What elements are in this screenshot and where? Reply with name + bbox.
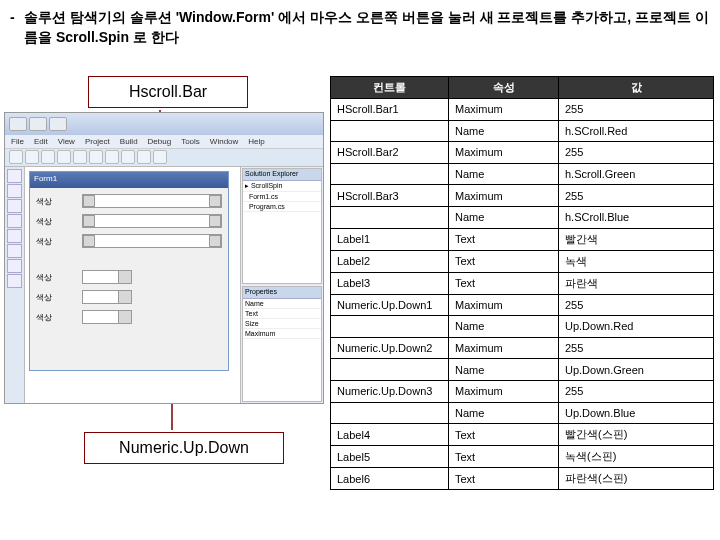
- cell-prop: Text: [449, 250, 559, 272]
- winform: Form1 색상 색상 색상 색상 색상 색상: [29, 171, 229, 371]
- cell-control: [331, 206, 449, 228]
- numericupdown-3[interactable]: [82, 310, 132, 324]
- menu-item[interactable]: Help: [248, 137, 264, 146]
- cell-control: [331, 359, 449, 381]
- table-row: Label5Text녹색(스핀): [331, 446, 714, 468]
- instruction-text: 솔루션 탐색기의 솔루션 'Window.Form' 에서 마우스 오른쪽 버튼…: [24, 8, 710, 47]
- th-prop: 속성: [449, 77, 559, 99]
- menu-item[interactable]: Build: [120, 137, 138, 146]
- cell-control: [331, 163, 449, 185]
- cell-prop: Maximum: [449, 99, 559, 121]
- cell-prop: Text: [449, 424, 559, 446]
- cell-prop: Text: [449, 446, 559, 468]
- cell-control: HScroll.Bar1: [331, 99, 449, 121]
- cell-prop: Name: [449, 359, 559, 381]
- menu-item[interactable]: Project: [85, 137, 110, 146]
- cell-val: 파란색: [559, 272, 714, 294]
- table-row: HScroll.Bar2Maximum255: [331, 142, 714, 164]
- toolbar: [5, 149, 323, 167]
- cell-val: 255: [559, 142, 714, 164]
- th-val: 값: [559, 77, 714, 99]
- cell-prop: Name: [449, 316, 559, 338]
- label-blue-spin: 색상: [36, 312, 76, 323]
- properties-window: Properties NameTextSizeMaximum: [242, 286, 322, 402]
- cell-control: Label6: [331, 468, 449, 490]
- cell-prop: Maximum: [449, 380, 559, 402]
- menu-item[interactable]: Tools: [181, 137, 200, 146]
- hscrollbar-3[interactable]: [82, 234, 222, 248]
- cell-prop: Name: [449, 402, 559, 424]
- table-row: Nameh.SCroll.Red: [331, 120, 714, 142]
- cell-val: h.SCroll.Red: [559, 120, 714, 142]
- window-titlebar: [5, 113, 323, 135]
- cell-control: Numeric.Up.Down3: [331, 380, 449, 402]
- form-header: Form1: [30, 172, 228, 188]
- cell-val: 파란색(스핀): [559, 468, 714, 490]
- cell-control: Numeric.Up.Down2: [331, 337, 449, 359]
- cell-control: Label1: [331, 228, 449, 250]
- cell-prop: Maximum: [449, 294, 559, 316]
- cell-prop: Name: [449, 120, 559, 142]
- vs-screenshot: FileEditViewProjectBuildDebugToolsWindow…: [4, 112, 324, 404]
- cell-prop: Text: [449, 468, 559, 490]
- table-row: Label2Text녹색: [331, 250, 714, 272]
- cell-control: Label5: [331, 446, 449, 468]
- label-blue: 색상: [36, 236, 76, 247]
- label-red-spin: 색상: [36, 272, 76, 283]
- cell-val: Up.Down.Green: [559, 359, 714, 381]
- cell-prop: Text: [449, 228, 559, 250]
- cell-val: 빨간색(스핀): [559, 424, 714, 446]
- table-row: NameUp.Down.Green: [331, 359, 714, 381]
- hscrollbar-2[interactable]: [82, 214, 222, 228]
- cell-control: [331, 402, 449, 424]
- table-row: Nameh.SCroll.Blue: [331, 206, 714, 228]
- cell-prop: Maximum: [449, 142, 559, 164]
- menu-item[interactable]: Edit: [34, 137, 48, 146]
- table-row: Numeric.Up.Down2Maximum255: [331, 337, 714, 359]
- table-row: Label4Text빨간색(스핀): [331, 424, 714, 446]
- numericupdown-1[interactable]: [82, 270, 132, 284]
- panel-header: Solution Explorer: [243, 169, 321, 181]
- properties-table: 컨트롤 속성 값 HScroll.Bar1Maximum255Nameh.SCr…: [330, 76, 714, 490]
- numericupdown-2[interactable]: [82, 290, 132, 304]
- table-row: NameUp.Down.Blue: [331, 402, 714, 424]
- cell-control: [331, 120, 449, 142]
- cell-val: 255: [559, 185, 714, 207]
- table-row: Nameh.Scroll.Green: [331, 163, 714, 185]
- cell-control: Label3: [331, 272, 449, 294]
- cell-val: 255: [559, 380, 714, 402]
- cell-prop: Maximum: [449, 337, 559, 359]
- hscrollbar-1[interactable]: [82, 194, 222, 208]
- table-row: Label6Text파란색(스핀): [331, 468, 714, 490]
- cell-val: h.Scroll.Green: [559, 163, 714, 185]
- cell-control: [331, 316, 449, 338]
- cell-prop: Maximum: [449, 185, 559, 207]
- label-red: 색상: [36, 196, 76, 207]
- side-panels: Solution Explorer ▸ ScrollSpin Form1.cs …: [241, 167, 323, 403]
- cell-control: Numeric.Up.Down1: [331, 294, 449, 316]
- cell-control: Label2: [331, 250, 449, 272]
- table-row: Label1Text빨간색: [331, 228, 714, 250]
- label-green-spin: 색상: [36, 292, 76, 303]
- table-row: HScroll.Bar3Maximum255: [331, 185, 714, 207]
- cell-val: h.SCroll.Blue: [559, 206, 714, 228]
- table-row: Label3Text파란색: [331, 272, 714, 294]
- menu-item[interactable]: View: [58, 137, 75, 146]
- callout-hscrollbar: Hscroll.Bar: [88, 76, 248, 108]
- cell-control: Label4: [331, 424, 449, 446]
- cell-val: Up.Down.Red: [559, 316, 714, 338]
- menu-bar: FileEditViewProjectBuildDebugToolsWindow…: [5, 135, 323, 149]
- menu-item[interactable]: File: [11, 137, 24, 146]
- cell-prop: Text: [449, 272, 559, 294]
- th-control: 컨트롤: [331, 77, 449, 99]
- menu-item[interactable]: Window: [210, 137, 238, 146]
- cell-val: 녹색(스핀): [559, 446, 714, 468]
- cell-val: 255: [559, 99, 714, 121]
- menu-item[interactable]: Debug: [148, 137, 172, 146]
- solution-explorer: Solution Explorer ▸ ScrollSpin Form1.cs …: [242, 168, 322, 284]
- cell-control: HScroll.Bar2: [331, 142, 449, 164]
- panel-header: Properties: [243, 287, 321, 299]
- table-row: Numeric.Up.Down1Maximum255: [331, 294, 714, 316]
- cell-val: Up.Down.Blue: [559, 402, 714, 424]
- cell-prop: Name: [449, 206, 559, 228]
